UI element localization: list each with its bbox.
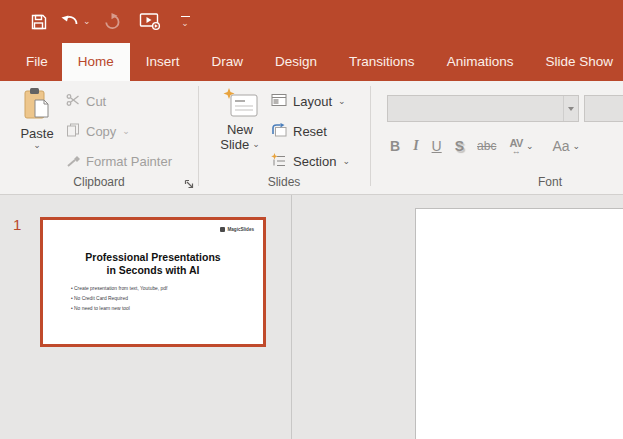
- paste-icon: [22, 87, 52, 126]
- bullet-item: No need to learn new tool: [71, 304, 167, 314]
- ribbon: Paste ⌄ Cut Copy ⌄: [0, 81, 623, 195]
- group-separator: [198, 86, 199, 186]
- bullet-item: No Credit Card Required: [71, 294, 167, 304]
- strikethrough-label: abc: [477, 139, 496, 153]
- tab-transitions[interactable]: Transitions: [333, 43, 431, 81]
- new-slide-label-2: Slide: [220, 137, 249, 152]
- cut-icon: [66, 93, 80, 110]
- magicslides-logo-text: MagicSlides: [227, 227, 254, 232]
- chevron-down-icon: ⌄: [526, 142, 534, 151]
- redo-button[interactable]: [103, 9, 121, 35]
- chevron-down-icon: ⌄: [342, 157, 350, 166]
- layout-button[interactable]: Layout ⌄: [271, 87, 346, 115]
- tab-home[interactable]: Home: [62, 43, 130, 81]
- bullet-item: Create presentation from text, Youtube, …: [71, 284, 167, 294]
- italic-button[interactable]: I: [413, 138, 418, 154]
- bold-button[interactable]: B: [390, 138, 400, 154]
- font-name-combobox[interactable]: [387, 95, 579, 122]
- redo-icon: [103, 13, 121, 31]
- reset-label: Reset: [293, 124, 327, 139]
- tab-draw[interactable]: Draw: [196, 43, 260, 81]
- chevron-down-icon: ⌄: [338, 97, 346, 106]
- chevron-down-icon: ⌄: [252, 140, 260, 149]
- section-label: Section: [293, 154, 336, 169]
- chevron-down-icon: ⌄: [181, 19, 189, 28]
- magicslides-logo-icon: [220, 227, 225, 232]
- layout-label: Layout: [293, 94, 332, 109]
- overline-icon: [181, 16, 190, 17]
- new-slide-button[interactable]: New Slide ⌄: [212, 87, 268, 152]
- group-separator: [370, 86, 371, 186]
- cut-button[interactable]: Cut: [66, 87, 106, 115]
- slides-group-label: Slides: [198, 175, 370, 189]
- chevron-down-icon[interactable]: ⌄: [83, 17, 91, 26]
- slide-workspace: [292, 195, 623, 439]
- section-button[interactable]: Section ⌄: [271, 147, 350, 175]
- paste-button[interactable]: Paste ⌄: [14, 87, 60, 150]
- change-case-label: Aa: [552, 138, 569, 154]
- tab-design[interactable]: Design: [259, 43, 333, 81]
- font-name-dropdown[interactable]: [563, 96, 578, 121]
- customize-qat-button[interactable]: ⌄: [181, 16, 190, 28]
- slide-bullets: Create presentation from text, Youtube, …: [71, 284, 167, 314]
- format-painter-icon: [66, 153, 80, 170]
- save-icon: [30, 13, 48, 31]
- undo-icon: [60, 11, 80, 32]
- text-shadow-button[interactable]: S: [455, 138, 464, 154]
- font-format-buttons: B I U S abc AV ↔ ⌄ Aa ⌄: [390, 138, 580, 154]
- magicslides-logo: MagicSlides: [220, 227, 254, 232]
- new-slide-icon: [221, 87, 259, 122]
- underline-label: U: [432, 138, 442, 154]
- character-spacing-icon: AV ↔: [509, 138, 522, 154]
- layout-icon: [271, 93, 287, 110]
- start-slideshow-button[interactable]: [139, 9, 161, 35]
- slide-title-line1: Professional Presentations: [43, 251, 263, 264]
- slideshow-icon: [139, 12, 161, 31]
- copy-label: Copy: [86, 124, 116, 139]
- tab-slide-show[interactable]: Slide Show: [529, 43, 623, 81]
- powerpoint-window: ⌄: [0, 0, 623, 439]
- chevron-down-icon: ⌄: [573, 142, 581, 151]
- slide-title: Professional Presentations in Seconds wi…: [43, 251, 263, 276]
- tab-animations[interactable]: Animations: [431, 43, 530, 81]
- chevron-down-icon: ⌄: [33, 141, 41, 150]
- copy-button[interactable]: Copy ⌄: [66, 117, 130, 145]
- strikethrough-button[interactable]: abc: [477, 139, 496, 153]
- cut-label: Cut: [86, 94, 106, 109]
- format-painter-button[interactable]: Format Painter: [66, 147, 172, 175]
- reset-button[interactable]: Reset: [271, 117, 327, 145]
- font-group-label: Font: [495, 175, 605, 189]
- copy-icon: [66, 123, 80, 140]
- bold-label: B: [390, 138, 400, 154]
- clipboard-group-label: Clipboard: [0, 175, 198, 189]
- chevron-down-icon: ⌄: [122, 127, 130, 136]
- format-painter-label: Format Painter: [86, 154, 172, 169]
- section-icon: [271, 153, 287, 170]
- slide-1-thumbnail[interactable]: MagicSlides Professional Presentations i…: [40, 217, 266, 347]
- quick-access-toolbar: ⌄: [0, 0, 623, 43]
- tab-file[interactable]: File: [12, 43, 62, 81]
- change-case-button[interactable]: Aa ⌄: [552, 138, 580, 154]
- title-bar: ⌄: [0, 0, 623, 43]
- underline-button[interactable]: U: [432, 138, 442, 154]
- clipboard-dialog-launcher[interactable]: [184, 175, 194, 193]
- ribbon-tab-bar: File Home Insert Draw Design Transitions…: [0, 43, 623, 81]
- slide-thumbnail-panel: 1 MagicSlides Professional Presentations…: [0, 195, 291, 439]
- undo-button[interactable]: ⌄: [60, 11, 91, 32]
- reset-icon: [271, 123, 287, 140]
- slide-title-line2: in Seconds with AI: [43, 264, 263, 277]
- save-button[interactable]: [30, 9, 48, 35]
- italic-label: I: [413, 138, 418, 154]
- shadow-label: S: [455, 138, 464, 154]
- paste-label: Paste: [20, 126, 53, 141]
- character-spacing-button[interactable]: AV ↔ ⌄: [509, 138, 533, 154]
- tab-insert[interactable]: Insert: [130, 43, 196, 81]
- font-size-combobox[interactable]: [584, 95, 623, 122]
- dropdown-arrow-icon: [568, 107, 574, 111]
- font-name-value: [388, 96, 563, 121]
- slide-number: 1: [13, 216, 21, 233]
- content-area: 1 MagicSlides Professional Presentations…: [0, 195, 623, 439]
- slide-editing-canvas[interactable]: [415, 208, 623, 439]
- new-slide-label-1: New: [227, 122, 253, 137]
- font-size-value: [585, 96, 623, 121]
